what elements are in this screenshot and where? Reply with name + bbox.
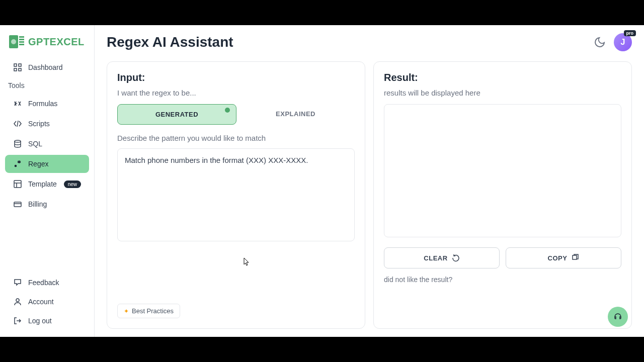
sidebar-item-label: Scripts	[28, 120, 50, 128]
sidebar-item-label: Dashboard	[28, 63, 63, 71]
svg-point-17	[16, 299, 19, 302]
header-right: J pro	[594, 33, 632, 51]
svg-point-1	[11, 39, 16, 44]
clear-label: CLEAR	[424, 254, 447, 262]
sidebar-item-account[interactable]: Account	[5, 293, 89, 311]
svg-rect-12	[14, 180, 21, 188]
logout-icon	[13, 316, 22, 325]
sidebar-item-label: Formulas	[28, 100, 57, 108]
top-black-bar	[0, 0, 644, 25]
field-label: Describe the pattern you would like to m…	[117, 134, 355, 142]
new-badge: new	[64, 180, 81, 188]
svg-rect-8	[14, 68, 17, 71]
page-title: Regex AI Assistant	[107, 34, 233, 50]
sidebar-item-label: Account	[28, 298, 54, 306]
copy-icon	[571, 254, 579, 262]
copy-button[interactable]: COPY	[506, 247, 621, 268]
pattern-input[interactable]	[117, 148, 355, 241]
result-box	[384, 104, 621, 237]
content: Input: I want the regex to be... GENERAT…	[95, 57, 644, 337]
help-button[interactable]	[608, 307, 628, 327]
logo-text: GPTEXCEL	[28, 36, 85, 48]
best-practices-button[interactable]: ✦ Best Practices	[117, 304, 180, 318]
main: Regex AI Assistant J pro Input: I want t…	[95, 25, 644, 337]
sidebar: GPTEXCEL Dashboard Tools Formulas Script…	[0, 25, 95, 337]
logo[interactable]: GPTEXCEL	[0, 30, 94, 57]
tabs: GENERATED EXPLAINED	[117, 104, 355, 125]
billing-icon	[13, 200, 22, 209]
input-subtitle: I want the regex to be...	[117, 88, 355, 97]
header: Regex AI Assistant J pro	[95, 25, 644, 57]
headset-icon	[613, 312, 623, 322]
input-title: Input:	[117, 72, 355, 83]
tab-label: GENERATED	[155, 111, 198, 118]
sidebar-section-tools: Tools	[0, 77, 94, 94]
sidebar-item-label: Feedback	[28, 279, 59, 287]
sidebar-item-logout[interactable]: Log out	[5, 312, 89, 330]
dark-mode-toggle[interactable]	[594, 36, 606, 48]
dashboard-icon	[13, 63, 22, 72]
sidebar-item-scripts[interactable]: Scripts	[5, 115, 89, 133]
sidebar-item-label: SQL	[28, 140, 42, 148]
tab-explained[interactable]: EXPLAINED	[236, 104, 355, 125]
sidebar-item-label: Log out	[28, 317, 52, 325]
svg-rect-5	[19, 44, 24, 45]
feedback-icon	[13, 278, 22, 287]
svg-rect-6	[14, 64, 17, 66]
tab-label: EXPLAINED	[276, 110, 315, 118]
regex-icon	[13, 159, 22, 168]
svg-rect-18	[573, 255, 577, 259]
sidebar-item-feedback[interactable]: Feedback	[5, 274, 89, 292]
avatar[interactable]: J pro	[614, 33, 632, 51]
svg-rect-3	[19, 39, 24, 40]
svg-point-10	[15, 140, 21, 142]
clear-button[interactable]: CLEAR	[384, 247, 500, 268]
scripts-icon	[13, 119, 22, 128]
result-card: Result: results will be displayed here C…	[373, 61, 632, 329]
svg-rect-9	[19, 68, 21, 71]
svg-rect-7	[19, 64, 21, 66]
sidebar-item-regex[interactable]: Regex	[5, 155, 89, 173]
result-title: Result:	[384, 72, 621, 83]
best-practices-label: Best Practices	[132, 307, 174, 315]
sidebar-item-sql[interactable]: SQL	[5, 135, 89, 153]
sql-icon	[13, 139, 22, 148]
sidebar-item-label: Template	[28, 180, 57, 188]
svg-rect-2	[19, 36, 24, 38]
account-icon	[13, 297, 22, 306]
sidebar-item-template[interactable]: Template new	[5, 175, 89, 193]
reset-icon	[452, 254, 460, 262]
input-card: Input: I want the regex to be... GENERAT…	[107, 61, 365, 329]
svg-rect-4	[19, 41, 24, 43]
pro-badge: pro	[624, 30, 636, 36]
result-subtitle: results will be displayed here	[384, 88, 621, 97]
formulas-icon	[13, 99, 22, 108]
copy-label: COPY	[548, 254, 568, 262]
feedback-text: did not like the result?	[384, 276, 621, 284]
app-container: GPTEXCEL Dashboard Tools Formulas Script…	[0, 25, 644, 337]
sidebar-item-billing[interactable]: Billing	[5, 195, 89, 213]
svg-rect-15	[14, 202, 21, 207]
sparkle-icon: ✦	[124, 308, 129, 315]
button-row: CLEAR COPY	[384, 247, 621, 268]
sidebar-item-label: Regex	[28, 160, 48, 168]
avatar-letter: J	[621, 38, 625, 47]
logo-icon	[8, 34, 25, 49]
sidebar-item-label: Billing	[28, 200, 47, 208]
tab-indicator-icon	[225, 108, 230, 113]
bottom-black-bar	[0, 337, 644, 362]
tab-generated[interactable]: GENERATED	[117, 104, 236, 125]
svg-point-11	[15, 165, 17, 167]
sidebar-bottom: Feedback Account Log out	[0, 273, 94, 337]
sidebar-item-dashboard[interactable]: Dashboard	[5, 58, 89, 76]
sidebar-item-formulas[interactable]: Formulas	[5, 95, 89, 113]
template-icon	[13, 179, 22, 189]
